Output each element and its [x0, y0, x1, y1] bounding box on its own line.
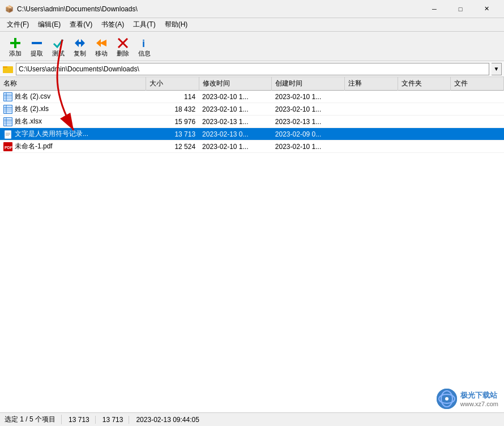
status-bar: 选定 1 / 5 个项目 13 713 13 713 2023-02-13 09… — [0, 412, 504, 426]
menu-view[interactable]: 查看(V) — [65, 19, 97, 31]
file-file — [451, 116, 504, 128]
title-bar-controls: ─ □ ✕ — [421, 0, 499, 18]
header-size[interactable]: 大小 — [146, 77, 199, 91]
table-row[interactable]: 姓名.xlsx 15 976 2023-02-13 1... 2023-02-1… — [0, 116, 504, 128]
watermark-logo — [437, 389, 457, 409]
file-list-container: 名称 大小 修改时间 创建时间 注释 文件夹 文件 姓名 (2).csv 114 — [0, 77, 504, 412]
header-ctime[interactable]: 创建时间 — [272, 77, 345, 91]
delete-button[interactable]: 删除 — [112, 37, 134, 58]
status-size1: 13 713 — [69, 416, 96, 424]
address-input[interactable] — [16, 63, 489, 75]
header-folder[interactable]: 文件夹 — [398, 77, 451, 91]
move-icon — [95, 37, 108, 49]
file-name[interactable]: PDF 未命名-1.pdf — [0, 140, 146, 153]
maximize-button[interactable]: □ — [447, 0, 473, 18]
file-list-body: 姓名 (2).csv 114 2023-02-10 1... 2023-02-1… — [0, 91, 504, 153]
file-mtime: 2023-02-10 1... — [199, 103, 272, 116]
info-button[interactable]: i 信息 — [134, 37, 155, 58]
file-ctime: 2023-02-09 0... — [272, 128, 345, 140]
svg-point-42 — [445, 397, 449, 401]
header-comment[interactable]: 注释 — [345, 77, 398, 91]
file-size: 15 976 — [146, 116, 199, 128]
add-label: 添加 — [9, 49, 22, 58]
file-name[interactable]: 文字是人类用符号记录... — [0, 128, 146, 140]
test-icon — [52, 37, 65, 49]
copy-button[interactable]: 复制 — [69, 37, 91, 58]
file-name[interactable]: 姓名 (2).xls — [0, 103, 146, 116]
svg-text:i: i — [142, 38, 145, 49]
svg-rect-11 — [3, 67, 13, 73]
svg-rect-2 — [32, 42, 42, 44]
svg-rect-12 — [3, 66, 7, 68]
menu-file[interactable]: 文件(F) — [2, 19, 33, 31]
file-file — [451, 140, 504, 153]
header-name[interactable]: 名称 — [0, 77, 146, 91]
copy-label: 复制 — [74, 49, 86, 58]
watermark: 极光下载站 www.xz7.com — [437, 389, 498, 409]
menu-tools[interactable]: 工具(T) — [129, 19, 160, 31]
info-icon: i — [138, 37, 151, 49]
header-file[interactable]: 文件 — [451, 77, 504, 91]
info-label: 信息 — [138, 49, 151, 58]
extract-button[interactable]: 提取 — [26, 37, 48, 58]
copy-icon — [73, 37, 87, 49]
file-file — [451, 128, 504, 140]
watermark-text-container: 极光下载站 www.xz7.com — [460, 390, 498, 407]
header-mtime[interactable]: 修改时间 — [199, 77, 272, 91]
file-mtime: 2023-02-10 1... — [199, 91, 272, 103]
watermark-site-name: 极光下载站 — [460, 390, 498, 401]
file-type-icon: PDF — [3, 142, 12, 151]
extract-icon — [30, 37, 44, 49]
move-button[interactable]: 移动 — [91, 37, 112, 58]
toolbar: 添加 提取 测试 — [0, 32, 504, 61]
file-name[interactable]: 姓名.xlsx — [0, 116, 146, 128]
title-bar: 📦 C:\Users\admin\Documents\Downloads\ ─ … — [0, 0, 504, 18]
move-label: 移动 — [95, 49, 108, 58]
folder-nav-icon — [2, 63, 14, 75]
file-comment — [345, 91, 398, 103]
file-type-icon — [3, 117, 12, 126]
table-row[interactable]: 文字是人类用符号记录... 13 713 2023-02-13 0... 202… — [0, 128, 504, 140]
table-row[interactable]: 姓名 (2).xls 18 432 2023-02-10 1... 2023-0… — [0, 103, 504, 116]
svg-text:PDF: PDF — [5, 146, 12, 150]
minimize-button[interactable]: ─ — [421, 0, 447, 18]
delete-label: 删除 — [117, 49, 129, 58]
file-file — [451, 91, 504, 103]
file-mtime: 2023-02-13 1... — [199, 116, 272, 128]
menu-bookmarks[interactable]: 书签(A) — [97, 19, 129, 31]
file-type-icon — [3, 130, 12, 139]
test-label: 测试 — [52, 49, 65, 58]
file-comment — [345, 116, 398, 128]
menu-bar: 文件(F) 编辑(E) 查看(V) 书签(A) 工具(T) 帮助(H) — [0, 18, 504, 32]
file-ctime: 2023-02-10 1... — [272, 103, 345, 116]
table-header-row: 名称 大小 修改时间 创建时间 注释 文件夹 文件 — [0, 77, 504, 91]
title-text: C:\Users\admin\Documents\Downloads\ — [17, 5, 138, 13]
close-button[interactable]: ✕ — [473, 0, 499, 18]
menu-edit[interactable]: 编辑(E) — [33, 19, 65, 31]
status-datetime: 2023-02-13 09:44:05 — [136, 416, 204, 424]
file-folder — [398, 103, 451, 116]
test-button[interactable]: 测试 — [48, 37, 69, 58]
address-dropdown[interactable]: ▼ — [492, 63, 502, 75]
watermark-url: www.xz7.com — [460, 401, 498, 407]
address-bar: ▼ — [0, 61, 504, 77]
svg-rect-1 — [14, 38, 16, 48]
file-comment — [345, 103, 398, 116]
file-ctime: 2023-02-13 1... — [272, 116, 345, 128]
file-comment — [345, 128, 398, 140]
file-size: 13 713 — [146, 128, 199, 140]
add-button[interactable]: 添加 — [5, 37, 26, 58]
file-folder — [398, 116, 451, 128]
file-folder — [398, 140, 451, 153]
status-size2: 13 713 — [102, 416, 130, 424]
file-folder — [398, 91, 451, 103]
table-row[interactable]: PDF 未命名-1.pdf 12 524 2023-02-10 1... 202… — [0, 140, 504, 153]
file-ctime: 2023-02-10 1... — [272, 91, 345, 103]
size2-text: 13 713 — [102, 416, 123, 424]
file-size: 114 — [146, 91, 199, 103]
file-name[interactable]: 姓名 (2).csv — [0, 91, 146, 103]
delete-icon — [116, 37, 130, 49]
table-row[interactable]: 姓名 (2).csv 114 2023-02-10 1... 2023-02-1… — [0, 91, 504, 103]
extract-label: 提取 — [31, 49, 43, 58]
menu-help[interactable]: 帮助(H) — [160, 19, 193, 31]
